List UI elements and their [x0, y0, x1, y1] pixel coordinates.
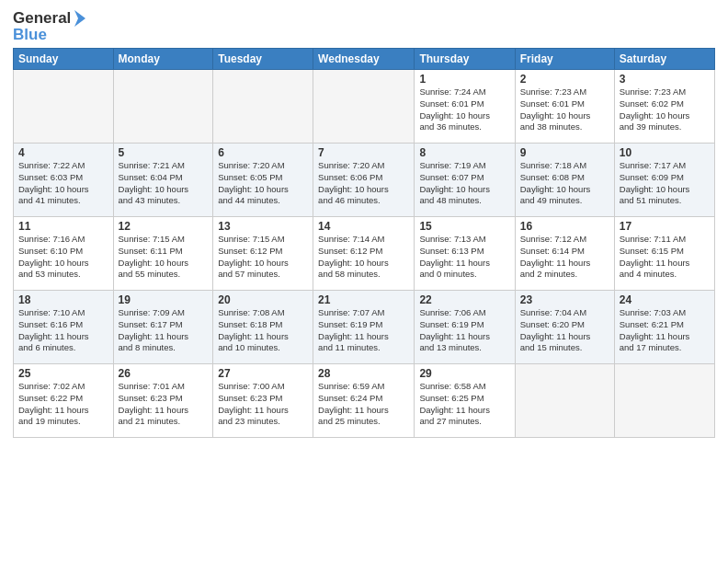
calendar-cell: 16Sunrise: 7:12 AMSunset: 6:14 PMDayligh… [515, 217, 614, 291]
calendar-cell: 25Sunrise: 7:02 AMSunset: 6:22 PMDayligh… [14, 364, 114, 438]
day-info: Sunrise: 7:13 AMSunset: 6:13 PMDaylight:… [419, 234, 509, 281]
calendar-cell: 8Sunrise: 7:19 AMSunset: 6:07 PMDaylight… [415, 144, 515, 217]
calendar-cell: 10Sunrise: 7:17 AMSunset: 6:09 PMDayligh… [614, 144, 714, 217]
col-header-tuesday: Tuesday [213, 49, 313, 70]
svg-marker-0 [74, 10, 85, 27]
calendar-cell [213, 70, 313, 144]
col-header-monday: Monday [113, 49, 213, 70]
col-header-thursday: Thursday [415, 49, 515, 70]
calendar-cell: 12Sunrise: 7:15 AMSunset: 6:11 PMDayligh… [113, 217, 213, 291]
calendar-cell [614, 364, 714, 438]
col-header-friday: Friday [515, 49, 614, 70]
calendar-cell: 15Sunrise: 7:13 AMSunset: 6:13 PMDayligh… [415, 217, 515, 291]
calendar-cell: 1Sunrise: 7:24 AMSunset: 6:01 PMDaylight… [415, 70, 515, 144]
day-number: 2 [520, 73, 609, 86]
day-info: Sunrise: 7:20 AMSunset: 6:06 PMDaylight:… [318, 160, 409, 207]
calendar-cell: 19Sunrise: 7:09 AMSunset: 6:17 PMDayligh… [113, 291, 213, 364]
calendar-cell: 2Sunrise: 7:23 AMSunset: 6:01 PMDaylight… [515, 70, 614, 144]
calendar-cell: 5Sunrise: 7:21 AMSunset: 6:04 PMDaylight… [113, 144, 213, 217]
day-info: Sunrise: 7:20 AMSunset: 6:05 PMDaylight:… [218, 160, 308, 207]
calendar-cell: 7Sunrise: 7:20 AMSunset: 6:06 PMDaylight… [313, 144, 415, 217]
logo-text-blue: Blue [13, 26, 85, 44]
calendar-cell: 27Sunrise: 7:00 AMSunset: 6:23 PMDayligh… [213, 364, 313, 438]
col-header-wednesday: Wednesday [313, 49, 415, 70]
col-header-saturday: Saturday [614, 49, 714, 70]
day-info: Sunrise: 7:17 AMSunset: 6:09 PMDaylight:… [620, 160, 710, 207]
day-info: Sunrise: 7:08 AMSunset: 6:18 PMDaylight:… [218, 307, 308, 354]
calendar-cell: 11Sunrise: 7:16 AMSunset: 6:10 PMDayligh… [14, 217, 114, 291]
col-header-sunday: Sunday [14, 49, 114, 70]
day-info: Sunrise: 7:23 AMSunset: 6:01 PMDaylight:… [520, 86, 609, 133]
calendar-cell: 28Sunrise: 6:59 AMSunset: 6:24 PMDayligh… [313, 364, 415, 438]
calendar-week-row: 18Sunrise: 7:10 AMSunset: 6:16 PMDayligh… [14, 291, 715, 364]
day-info: Sunrise: 7:01 AMSunset: 6:23 PMDaylight:… [119, 381, 209, 428]
day-number: 17 [620, 220, 710, 233]
day-info: Sunrise: 7:14 AMSunset: 6:12 PMDaylight:… [318, 234, 409, 281]
day-info: Sunrise: 7:23 AMSunset: 6:02 PMDaylight:… [620, 86, 710, 133]
day-info: Sunrise: 7:04 AMSunset: 6:20 PMDaylight:… [520, 307, 609, 354]
calendar-cell: 9Sunrise: 7:18 AMSunset: 6:08 PMDaylight… [515, 144, 614, 217]
day-info: Sunrise: 7:00 AMSunset: 6:23 PMDaylight:… [218, 381, 308, 428]
calendar-cell: 21Sunrise: 7:07 AMSunset: 6:19 PMDayligh… [313, 291, 415, 364]
day-info: Sunrise: 7:19 AMSunset: 6:07 PMDaylight:… [419, 160, 509, 207]
calendar-cell: 20Sunrise: 7:08 AMSunset: 6:18 PMDayligh… [213, 291, 313, 364]
day-info: Sunrise: 7:09 AMSunset: 6:17 PMDaylight:… [119, 307, 209, 354]
day-number: 5 [119, 146, 209, 159]
calendar-cell: 14Sunrise: 7:14 AMSunset: 6:12 PMDayligh… [313, 217, 415, 291]
day-number: 22 [419, 293, 509, 306]
logo-text-general: General [13, 9, 71, 28]
day-info: Sunrise: 6:59 AMSunset: 6:24 PMDaylight:… [318, 381, 409, 428]
day-number: 7 [318, 146, 409, 159]
day-info: Sunrise: 7:21 AMSunset: 6:04 PMDaylight:… [119, 160, 209, 207]
calendar-week-row: 4Sunrise: 7:22 AMSunset: 6:03 PMDaylight… [14, 144, 715, 217]
day-number: 27 [218, 367, 308, 380]
day-number: 26 [119, 367, 209, 380]
day-number: 8 [419, 146, 509, 159]
calendar-week-row: 25Sunrise: 7:02 AMSunset: 6:22 PMDayligh… [14, 364, 715, 438]
day-number: 13 [218, 220, 308, 233]
day-info: Sunrise: 7:22 AMSunset: 6:03 PMDaylight:… [18, 160, 108, 207]
calendar-table: SundayMondayTuesdayWednesdayThursdayFrid… [13, 48, 715, 438]
day-number: 21 [318, 293, 409, 306]
calendar-cell: 4Sunrise: 7:22 AMSunset: 6:03 PMDaylight… [14, 144, 114, 217]
day-number: 1 [419, 73, 509, 86]
calendar-cell [515, 364, 614, 438]
day-number: 28 [318, 367, 409, 380]
logo: General Blue [13, 9, 85, 44]
day-number: 9 [520, 146, 609, 159]
day-number: 11 [18, 220, 108, 233]
calendar-cell: 22Sunrise: 7:06 AMSunset: 6:19 PMDayligh… [415, 291, 515, 364]
day-info: Sunrise: 7:03 AMSunset: 6:21 PMDaylight:… [620, 307, 710, 354]
calendar-cell: 13Sunrise: 7:15 AMSunset: 6:12 PMDayligh… [213, 217, 313, 291]
calendar-week-row: 11Sunrise: 7:16 AMSunset: 6:10 PMDayligh… [14, 217, 715, 291]
logo-arrow-icon [73, 10, 85, 27]
day-info: Sunrise: 7:15 AMSunset: 6:12 PMDaylight:… [218, 234, 308, 281]
day-info: Sunrise: 7:18 AMSunset: 6:08 PMDaylight:… [520, 160, 609, 207]
day-number: 4 [18, 146, 108, 159]
logo: General Blue [13, 9, 85, 44]
calendar-cell: 17Sunrise: 7:11 AMSunset: 6:15 PMDayligh… [614, 217, 714, 291]
day-info: Sunrise: 7:07 AMSunset: 6:19 PMDaylight:… [318, 307, 409, 354]
day-info: Sunrise: 7:11 AMSunset: 6:15 PMDaylight:… [620, 234, 710, 281]
day-info: Sunrise: 7:15 AMSunset: 6:11 PMDaylight:… [119, 234, 209, 281]
day-number: 14 [318, 220, 409, 233]
calendar-cell: 6Sunrise: 7:20 AMSunset: 6:05 PMDaylight… [213, 144, 313, 217]
day-info: Sunrise: 7:24 AMSunset: 6:01 PMDaylight:… [419, 86, 509, 133]
calendar-cell: 3Sunrise: 7:23 AMSunset: 6:02 PMDaylight… [614, 70, 714, 144]
day-number: 25 [18, 367, 108, 380]
calendar-cell: 24Sunrise: 7:03 AMSunset: 6:21 PMDayligh… [614, 291, 714, 364]
header: General Blue [13, 9, 715, 44]
calendar-cell [14, 70, 114, 144]
day-number: 19 [119, 293, 209, 306]
day-number: 15 [419, 220, 509, 233]
day-info: Sunrise: 7:10 AMSunset: 6:16 PMDaylight:… [18, 307, 108, 354]
day-number: 23 [520, 293, 609, 306]
calendar-cell: 23Sunrise: 7:04 AMSunset: 6:20 PMDayligh… [515, 291, 614, 364]
calendar-cell: 26Sunrise: 7:01 AMSunset: 6:23 PMDayligh… [113, 364, 213, 438]
day-number: 10 [620, 146, 710, 159]
day-info: Sunrise: 7:12 AMSunset: 6:14 PMDaylight:… [520, 234, 609, 281]
calendar-cell: 29Sunrise: 6:58 AMSunset: 6:25 PMDayligh… [415, 364, 515, 438]
day-info: Sunrise: 7:06 AMSunset: 6:19 PMDaylight:… [419, 307, 509, 354]
day-info: Sunrise: 6:58 AMSunset: 6:25 PMDaylight:… [419, 381, 509, 428]
day-info: Sunrise: 7:16 AMSunset: 6:10 PMDaylight:… [18, 234, 108, 281]
